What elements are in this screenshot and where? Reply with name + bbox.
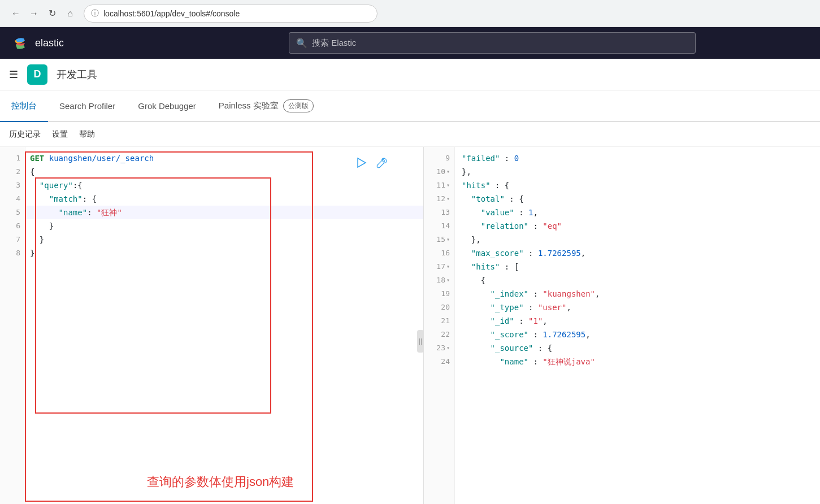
result-line-10: },	[462, 165, 813, 179]
code-line-4: "match": {	[25, 192, 423, 206]
result-line-19: "_index" : "kuangshen",	[462, 287, 813, 301]
line-num-8: 8	[0, 246, 20, 260]
main-content: 1 2 3 4 5 6 7 8 GET kuangshen/user/_sear…	[0, 147, 820, 504]
result-line-15: },	[462, 233, 813, 246]
result-line-11: "hits" : {	[462, 179, 813, 192]
result-line-9: "failed" : 0	[462, 151, 813, 165]
rln-24: 24	[424, 355, 454, 368]
result-line-18: {	[462, 273, 813, 287]
rln-17: 17▾	[424, 260, 454, 273]
editor-panel: 1 2 3 4 5 6 7 8 GET kuangshen/user/_sear…	[0, 147, 424, 504]
code-content[interactable]: GET kuangshen/user/_search { "query":{ "…	[25, 147, 423, 504]
editor-actions	[353, 155, 389, 171]
code-line-7: }	[25, 233, 423, 246]
line-num-2: 2	[0, 165, 20, 179]
result-line-12: "total" : {	[462, 192, 813, 206]
rln-18: 18▾	[424, 273, 454, 287]
result-line-24: "name" : "狂神说java"	[462, 355, 813, 368]
menu-button[interactable]: ☰	[9, 68, 18, 81]
line-num-5: 5	[0, 206, 20, 219]
devtools-badge: D	[27, 64, 47, 85]
history-button[interactable]: 历史记录	[9, 129, 41, 140]
devtools-title: 开发工具	[57, 68, 97, 81]
rln-23: 23▾	[424, 341, 454, 355]
tab-console[interactable]: 控制台	[0, 90, 48, 121]
result-line-16: "max_score" : 1.7262595,	[462, 246, 813, 260]
help-button[interactable]: 帮助	[79, 129, 95, 140]
svg-marker-1	[358, 158, 366, 167]
devtools-header: ☰ D 开发工具	[0, 59, 820, 90]
tab-grok-debugger[interactable]: Grok Debugger	[127, 90, 207, 121]
elastic-logo[interactable]: elastic	[11, 34, 64, 52]
painless-badge: 公测版	[283, 99, 314, 112]
tab-painless[interactable]: Painless 实验室 公测版	[207, 90, 325, 121]
rln-21: 21	[424, 314, 454, 328]
wrench-icon	[375, 157, 388, 169]
line-num-6: 6	[0, 219, 20, 233]
rln-19: 19	[424, 287, 454, 301]
line-num-4: 4	[0, 192, 20, 206]
wrench-button[interactable]	[374, 155, 389, 171]
elastic-brand-text: elastic	[35, 37, 64, 49]
home-button[interactable]: ⌂	[63, 7, 77, 20]
search-icon: 🔍	[296, 38, 307, 49]
tab-search-profiler[interactable]: Search Profiler	[48, 90, 127, 121]
play-icon	[355, 157, 367, 169]
rln-11: 11▾	[424, 179, 454, 192]
result-line-21: "_id" : "1",	[462, 314, 813, 328]
line-num-1: 1	[0, 151, 20, 165]
security-icon: ⓘ	[91, 8, 99, 19]
back-button[interactable]: ←	[9, 7, 23, 20]
result-line-17: "hits" : [	[462, 260, 813, 273]
code-editor[interactable]: 1 2 3 4 5 6 7 8 GET kuangshen/user/_sear…	[0, 147, 423, 504]
rln-22: 22	[424, 328, 454, 341]
results-panel: 9 10▾ 11▾ 12▾ 13 14 15▾ 16 17▾ 18▾ 19 20…	[424, 147, 820, 504]
global-search[interactable]: 🔍 搜索 Elastic	[289, 32, 696, 54]
rln-12: 12▾	[424, 192, 454, 206]
result-line-13: "value" : 1,	[462, 206, 813, 219]
line-numbers: 1 2 3 4 5 6 7 8	[0, 147, 25, 504]
result-line-23: "_source" : {	[462, 341, 813, 355]
divider-handle[interactable]: ||	[417, 330, 424, 353]
annotation-text: 查询的参数体使用json构建	[147, 473, 294, 490]
browser-chrome: ← → ↻ ⌂ ⓘ localhost:5601/app/dev_tools#/…	[0, 0, 820, 27]
tab-navigation: 控制台 Search Profiler Grok Debugger Painle…	[0, 90, 820, 122]
code-line-5: "name": "狂神"	[25, 206, 423, 219]
search-placeholder: 搜索 Elastic	[312, 38, 356, 49]
code-line-3: "query":{	[25, 179, 423, 192]
rln-20: 20	[424, 301, 454, 314]
line-num-3: 3	[0, 179, 20, 192]
toolbar: 历史记录 设置 帮助	[0, 122, 820, 147]
kibana-topbar: elastic 🔍 搜索 Elastic	[0, 27, 820, 59]
rln-15: 15▾	[424, 233, 454, 246]
run-button[interactable]	[353, 155, 369, 171]
rln-13: 13	[424, 206, 454, 219]
result-content: "failed" : 0 }, "hits" : { "total" : { "…	[455, 147, 820, 504]
code-line-8: }	[25, 246, 423, 260]
result-line-numbers: 9 10▾ 11▾ 12▾ 13 14 15▾ 16 17▾ 18▾ 19 20…	[424, 147, 455, 504]
result-line-22: "_score" : 1.7262595,	[462, 328, 813, 341]
rln-10: 10▾	[424, 165, 454, 179]
line-num-7: 7	[0, 233, 20, 246]
result-line-20: "_type" : "user",	[462, 301, 813, 314]
rln-9: 9	[424, 151, 454, 165]
address-bar[interactable]: ⓘ localhost:5601/app/dev_tools#/console	[84, 5, 378, 23]
elastic-icon	[11, 34, 29, 52]
forward-button[interactable]: →	[27, 7, 41, 20]
code-line-6: }	[25, 219, 423, 233]
reload-button[interactable]: ↻	[45, 7, 59, 20]
nav-icons: ← → ↻ ⌂	[9, 7, 77, 20]
rln-16: 16	[424, 246, 454, 260]
rln-14: 14	[424, 219, 454, 233]
settings-button[interactable]: 设置	[52, 129, 68, 140]
url-text: localhost:5601/app/dev_tools#/console	[103, 9, 240, 18]
result-line-14: "relation" : "eq"	[462, 219, 813, 233]
